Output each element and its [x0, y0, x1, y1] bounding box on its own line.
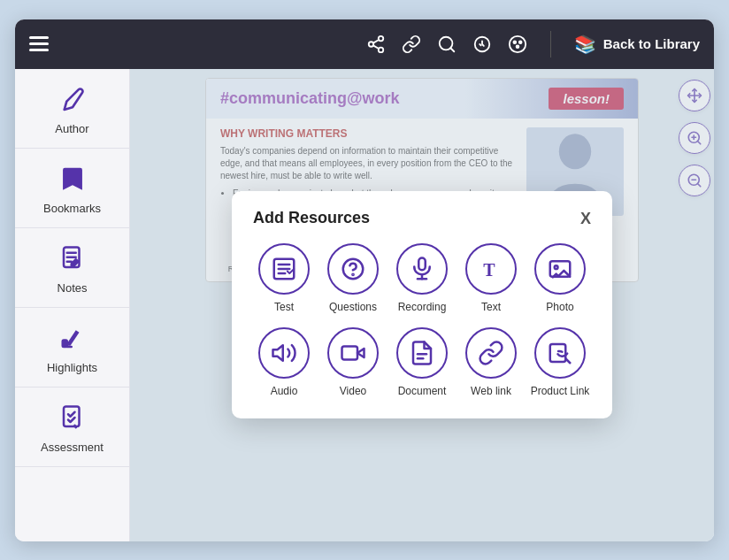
svg-marker-41 — [273, 345, 283, 361]
weblink-icon — [465, 327, 517, 379]
modal-header: Add Resources X — [253, 209, 591, 227]
svg-text:T: T — [483, 260, 495, 280]
modal-item-video[interactable]: Video — [322, 327, 384, 397]
productlink-label: Product Link — [531, 385, 590, 397]
svg-point-10 — [519, 41, 522, 43]
modal-title: Add Resources — [253, 209, 370, 227]
author-label: Author — [55, 122, 88, 135]
header: 📚 Back to Library — [15, 19, 714, 69]
text-icon: T — [465, 243, 517, 295]
svg-point-11 — [516, 45, 518, 48]
svg-rect-16 — [62, 340, 66, 347]
modal-overlay: Add Resources X — [130, 69, 714, 541]
modal-item-photo[interactable]: Photo — [529, 243, 591, 313]
questions-icon — [327, 243, 379, 295]
highlights-label: Highlights — [47, 361, 97, 374]
sidebar-item-bookmarks[interactable]: Bookmarks — [15, 149, 129, 228]
productlink-icon — [534, 327, 586, 379]
svg-point-40 — [555, 265, 558, 269]
header-icons: 📚 Back to Library — [366, 31, 700, 58]
link-icon[interactable] — [402, 35, 421, 54]
svg-line-4 — [373, 39, 379, 42]
photo-label: Photo — [546, 301, 573, 313]
add-resources-modal: Add Resources X — [232, 191, 612, 418]
header-divider — [550, 31, 551, 58]
pen-icon — [57, 83, 88, 115]
back-to-library-button[interactable]: 📚 Back to Library — [574, 34, 700, 55]
modal-close-button[interactable]: X — [580, 211, 591, 226]
audio-label: Audio — [271, 385, 298, 397]
recording-icon — [396, 243, 448, 295]
svg-point-8 — [510, 35, 526, 51]
document-icon — [396, 327, 448, 379]
recording-label: Recording — [398, 301, 447, 313]
content-area: #communicating@work lesson! WHY WRITING … — [130, 69, 714, 541]
palette-icon[interactable] — [508, 35, 527, 54]
sidebar-item-author[interactable]: Author — [15, 69, 129, 149]
document-label: Document — [398, 385, 447, 397]
video-icon — [327, 327, 379, 379]
notes-icon — [57, 242, 88, 274]
svg-point-34 — [352, 274, 353, 275]
assessment-icon — [57, 402, 88, 433]
menu-button[interactable] — [29, 36, 49, 51]
weblink-label: Web link — [471, 385, 511, 397]
svg-line-6 — [450, 48, 454, 51]
modal-item-questions[interactable]: Questions — [322, 243, 384, 313]
questions-label: Questions — [329, 301, 377, 313]
modal-item-audio[interactable]: Audio — [253, 327, 315, 397]
sidebar-item-assessment[interactable]: Assessment — [15, 387, 129, 467]
modal-item-recording[interactable]: Recording — [391, 243, 453, 313]
audio-icon — [258, 327, 310, 379]
search-icon[interactable] — [437, 35, 457, 54]
highlight-icon — [57, 322, 88, 354]
modal-item-weblink[interactable]: Web link — [460, 327, 522, 397]
annotate-icon[interactable] — [472, 35, 492, 54]
text-label: Text — [481, 301, 501, 313]
svg-rect-42 — [342, 347, 358, 360]
modal-item-test[interactable]: Test — [253, 243, 315, 313]
modal-item-productlink[interactable]: Product Link — [529, 327, 591, 397]
sidebar-item-highlights[interactable]: Highlights — [15, 308, 129, 387]
modal-grid: Test Questions — [253, 243, 591, 397]
svg-rect-35 — [418, 258, 426, 271]
svg-point-9 — [513, 41, 516, 43]
svg-line-3 — [373, 45, 379, 49]
sidebar-item-notes[interactable]: Notes — [15, 228, 129, 308]
main-area: Author Bookmarks — [15, 69, 714, 541]
modal-item-document[interactable]: Document — [391, 327, 453, 397]
back-to-library-label: Back to Library — [603, 36, 700, 51]
svg-line-47 — [565, 358, 570, 363]
photo-icon — [534, 243, 586, 295]
share-icon[interactable] — [366, 35, 386, 54]
sidebar: Author Bookmarks — [15, 69, 130, 541]
app-window: 📚 Back to Library Author — [15, 19, 714, 541]
library-icon: 📚 — [574, 34, 596, 55]
bookmark-icon — [57, 163, 88, 195]
video-label: Video — [340, 385, 366, 397]
assessment-label: Assessment — [41, 441, 104, 454]
bookmarks-label: Bookmarks — [43, 202, 101, 215]
test-label: Test — [274, 301, 294, 313]
notes-label: Notes — [58, 281, 88, 295]
modal-item-text[interactable]: T Text — [460, 243, 522, 313]
test-icon — [258, 243, 310, 295]
